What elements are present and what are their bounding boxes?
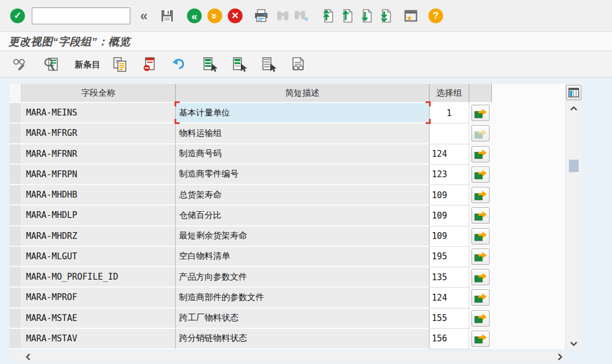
row-choose-button[interactable] [471, 249, 490, 265]
cancel-button[interactable]: ✕ [228, 8, 243, 23]
print-button[interactable] [254, 8, 269, 23]
row-selector[interactable] [10, 309, 22, 329]
row-selector[interactable] [10, 205, 22, 226]
row-desc-cell[interactable]: 跨工厂物料状态 [176, 309, 430, 329]
scroll-down-button[interactable] [568, 337, 579, 348]
row-group-cell[interactable]: 123 [430, 165, 469, 185]
row-field[interactable]: MARA-MHDRZ [22, 226, 176, 247]
row-desc-cell[interactable]: 产品方向参数文件 [176, 267, 430, 288]
scroll-left-button[interactable] [23, 352, 35, 362]
row-desc-cell[interactable]: 跨分销链物料状态 [176, 329, 430, 349]
save-button[interactable] [160, 8, 175, 23]
previous-page-button[interactable] [340, 8, 355, 23]
vertical-scrollbar[interactable] [565, 84, 581, 349]
row-field[interactable]: MARA-MSTAV [22, 329, 176, 349]
row-field[interactable]: MARA-MO_PROFILE_ID [22, 267, 176, 288]
select-all-button[interactable] [202, 57, 218, 72]
select-all-rows-header[interactable] [10, 84, 22, 103]
find-next-button[interactable] [294, 8, 308, 23]
row-group-cell[interactable]: 195 [430, 247, 469, 267]
row-field[interactable]: MARA-MPROF [22, 288, 176, 308]
horizontal-scrollbar[interactable] [10, 352, 567, 362]
row-field[interactable]: MARA-MSTAE [22, 309, 176, 329]
row-desc-cell[interactable]: 最短剩余货架寿命 [176, 226, 430, 247]
undo-button[interactable] [171, 57, 187, 72]
row-group-cell[interactable]: 155 [430, 309, 469, 329]
next-page-button[interactable] [359, 8, 374, 23]
new-entries-button[interactable]: 新条目 [73, 58, 103, 71]
row-field[interactable]: MARA-MLGUT [22, 247, 176, 267]
delete-row-button[interactable] [142, 57, 158, 72]
row-desc-cell[interactable]: 物料运输组 [176, 123, 430, 144]
row-field[interactable]: MARA-MFRGR [22, 123, 176, 144]
row-choose-button[interactable] [471, 228, 490, 245]
row-field[interactable]: MARA-MHDHB [22, 185, 176, 205]
row-desc-cell[interactable]: 总货架寿命 [176, 185, 430, 205]
row-field[interactable]: MARA-MEINS [22, 103, 176, 123]
exit-button[interactable]: » [207, 8, 222, 23]
vertical-scroll-thumb[interactable] [569, 160, 579, 172]
exit-up-icon: » [209, 13, 220, 19]
row-group-cell[interactable]: 135 [430, 267, 469, 288]
enter-button[interactable]: ✓ [10, 8, 25, 23]
row-choose-button[interactable] [471, 105, 490, 121]
command-input[interactable] [32, 7, 130, 24]
row-selector[interactable] [10, 226, 22, 247]
row-choose-button[interactable] [471, 310, 490, 327]
row-group-cell[interactable]: 109 [430, 205, 469, 226]
row-selector[interactable] [10, 144, 22, 165]
row-selector[interactable] [10, 123, 22, 144]
help-button[interactable]: ? [428, 8, 443, 23]
row-choose-button[interactable] [471, 269, 490, 285]
last-page-button[interactable] [379, 8, 393, 23]
row-field[interactable]: MARA-MFRNR [22, 144, 176, 165]
create-shortcut-button[interactable]: ★ [403, 8, 418, 23]
row-desc-cell[interactable]: 仓储百分比 [176, 205, 430, 226]
row-group-cell[interactable]: 109 [430, 226, 469, 247]
page-up-icon [340, 8, 355, 23]
row-group-cell[interactable]: 124 [430, 288, 469, 308]
row-choose-button[interactable] [471, 166, 490, 183]
row-selector[interactable] [10, 247, 22, 267]
row-choose-button[interactable] [471, 289, 490, 306]
copy-as-button[interactable] [112, 57, 128, 72]
scroll-up-button[interactable] [568, 104, 579, 114]
scroll-right-button[interactable] [553, 352, 564, 362]
collapse-command-field-button[interactable]: « [139, 8, 149, 23]
row-choose-button[interactable] [471, 207, 490, 224]
row-desc-cell[interactable]: 空白物料清单 [176, 247, 430, 267]
row-selector[interactable] [10, 288, 22, 308]
column-header-group[interactable]: 选择组 [430, 84, 469, 103]
row-group-cell[interactable] [430, 123, 469, 144]
row-desc-cell[interactable]: 制造商部件的参数文件 [176, 288, 430, 308]
row-choose-button[interactable] [471, 125, 490, 142]
first-page-button[interactable] [321, 8, 335, 23]
row-choose-button[interactable] [471, 187, 490, 203]
row-choose-button[interactable] [471, 331, 490, 347]
deselect-all-button[interactable] [261, 57, 277, 72]
row-group-cell[interactable]: 124 [430, 144, 469, 165]
row-choose-button[interactable] [471, 146, 490, 162]
find-button[interactable] [275, 8, 290, 23]
select-block-button[interactable] [231, 57, 247, 72]
row-selector[interactable] [10, 267, 22, 288]
row-group-cell[interactable]: 1 [430, 103, 469, 123]
row-selector[interactable] [10, 185, 22, 205]
row-group-cell[interactable]: 156 [430, 329, 469, 349]
field-contents-button[interactable] [290, 57, 306, 72]
display-change-toggle-button[interactable] [11, 57, 27, 72]
row-field[interactable]: MARA-MHDLP [22, 205, 176, 226]
choose-details-button[interactable] [43, 57, 59, 72]
back-button[interactable]: « [187, 8, 202, 23]
row-field[interactable]: MARA-MFRPN [22, 165, 176, 185]
row-selector[interactable] [10, 103, 22, 123]
row-selector[interactable] [10, 329, 22, 349]
row-desc-cell[interactable]: 基本计量单位 [176, 103, 430, 123]
row-desc-cell[interactable]: 制造商零件编号 [176, 165, 430, 185]
row-group-cell[interactable]: 109 [430, 185, 469, 205]
table-layout-button[interactable] [566, 85, 581, 100]
row-selector[interactable] [10, 165, 22, 185]
row-desc-cell[interactable]: 制造商号码 [176, 144, 430, 165]
column-header-description[interactable]: 简短描述 [176, 84, 430, 103]
column-header-field[interactable]: 字段全称 [22, 84, 176, 103]
